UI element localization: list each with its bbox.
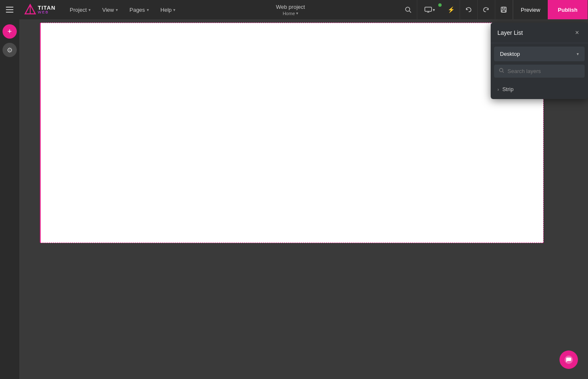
project-info: Web project Home ▾ [181,4,399,16]
layer-panel: Layer List × Desktop ▾ › Strip [491,23,588,99]
preview-button[interactable]: Preview [513,0,548,19]
svg-rect-11 [502,7,505,9]
layer-panel-header: Layer List × [491,23,588,43]
nav-project[interactable]: Project ▾ [64,0,96,19]
dropdown-chevron-icon: ▾ [577,52,579,56]
toolbar-right: ▾ ⚡ Preview Publish [400,0,588,19]
canvas-area[interactable]: Layer List × Desktop ▾ › Strip [19,19,588,379]
chevron-down-icon: ▾ [116,8,118,12]
hamburger-menu-button[interactable] [0,0,19,19]
nav-pages[interactable]: Pages ▾ [124,0,155,19]
left-sidebar: + ⚙ [0,19,19,379]
redo-button[interactable] [478,0,495,19]
add-element-button[interactable]: + [3,24,17,39]
gear-icon: ⚙ [7,46,13,54]
nav-menu: Project ▾ View ▾ Pages ▾ Help ▾ [64,0,181,19]
layer-item-label: Strip [502,86,514,92]
nav-view[interactable]: View ▾ [96,0,124,19]
svg-point-5 [406,7,410,11]
project-name: Web project [276,4,305,10]
svg-rect-12 [502,10,505,12]
device-selector-button[interactable]: ▾ [417,0,442,19]
chat-button[interactable] [559,350,578,369]
chevron-down-icon: ▾ [88,8,91,12]
device-dropdown-label: Desktop [500,51,520,57]
chevron-down-icon: ▾ [173,8,175,12]
svg-line-6 [409,11,411,13]
search-button[interactable] [400,0,417,19]
layer-expand-chevron-icon: › [497,87,499,92]
svg-line-14 [503,72,504,73]
logo-web: WEB [38,10,55,14]
plus-icon: + [8,28,12,35]
nav-help[interactable]: Help ▾ [155,0,182,19]
chevron-down-icon: ▾ [147,8,149,12]
device-dropdown[interactable]: Desktop ▾ [494,47,585,61]
svg-rect-7 [425,7,432,11]
undo-button[interactable] [460,0,478,19]
layer-panel-title: Layer List [497,29,523,36]
topbar: TITAN WEB Project ▾ View ▾ Pages ▾ Help … [0,0,588,19]
lightning-button[interactable]: ⚡ [442,0,460,19]
logo[interactable]: TITAN WEB [19,4,60,16]
page-name[interactable]: Home ▾ [283,11,298,16]
svg-point-13 [500,68,503,72]
svg-rect-1 [6,9,13,10]
chevron-down-icon: ▾ [433,8,435,12]
close-panel-button[interactable]: × [573,29,581,37]
canvas[interactable] [40,23,544,243]
page-chevron-down-icon: ▾ [296,11,298,16]
save-button[interactable] [495,0,513,19]
search-layers-input[interactable] [507,68,580,74]
settings-button[interactable]: ⚙ [3,43,17,57]
layer-search-container [494,65,585,78]
layer-items-list: › Strip [491,79,588,99]
svg-rect-0 [6,7,13,8]
main-layout: + ⚙ Layer List × Desktop ▾ [0,19,588,379]
svg-rect-2 [6,12,13,13]
search-icon [499,68,504,74]
preview-publish-group: Preview Publish [513,0,588,19]
publish-button[interactable]: Publish [548,0,588,19]
layer-item[interactable]: › Strip [491,83,588,96]
save-status-dot [438,3,442,7]
